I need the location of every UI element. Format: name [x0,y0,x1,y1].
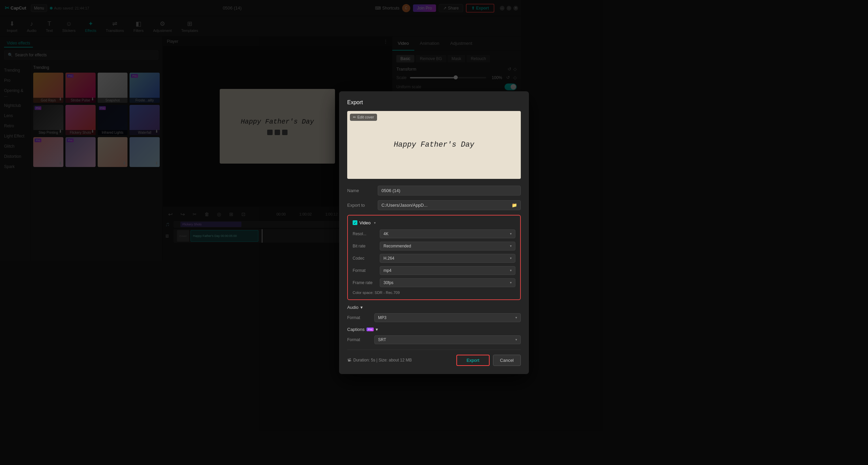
export-path-input[interactable]: C:/Users/Jason/AppD... 📁 [378,200,521,210]
edit-icon: ✏ [353,115,356,119]
resolution-select[interactable]: 4K ▾ [380,229,515,238]
resolution-arrow-icon: ▾ [510,232,512,236]
codec-row: Codec H.264 ▾ [353,254,515,261]
name-row: Name [347,186,521,196]
name-input[interactable] [378,186,521,196]
edit-cover-button[interactable]: ✏ Edit cover [350,114,377,121]
export-modal: Export ✏ Edit cover Happy Father's Day N… [339,91,521,261]
resolution-label: Resol... [353,231,380,236]
bitrate-label: Bit rate [353,244,380,248]
modal-overlay: Export ✏ Edit cover Happy Father's Day N… [0,0,521,261]
modal-preview: ✏ Edit cover Happy Father's Day [347,111,521,179]
modal-title: Export [347,99,521,106]
codec-label: Codec [353,256,380,261]
export-to-row: Export to C:/Users/Jason/AppD... 📁 [347,200,521,210]
folder-icon[interactable]: 📁 [512,203,517,208]
preview-typewriter-text: Happy Father's Day [394,141,474,149]
bitrate-row: Bit rate Recommended ▾ [353,242,515,250]
video-section: ✓ Video ▾ Resol... 4K ▾ Bit rate Recomme… [347,215,521,261]
codec-select[interactable]: H.264 ▾ [380,254,515,261]
video-checkbox[interactable]: ✓ [353,220,357,225]
name-label: Name [347,188,378,193]
bitrate-select[interactable]: Recommended ▾ [380,242,515,250]
bitrate-arrow-icon: ▾ [510,244,512,248]
export-to-label: Export to [347,203,378,208]
resolution-row: Resol... 4K ▾ [353,229,515,238]
video-label: Video [359,220,371,225]
video-section-header: ✓ Video ▾ [353,220,515,225]
preview-image: Happy Father's Day [347,111,521,179]
video-arrow-icon[interactable]: ▾ [374,221,376,225]
codec-arrow-icon: ▾ [510,256,512,260]
